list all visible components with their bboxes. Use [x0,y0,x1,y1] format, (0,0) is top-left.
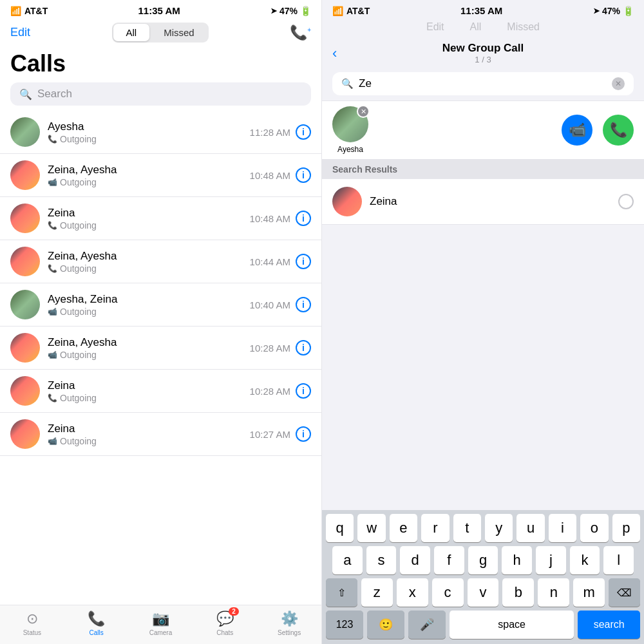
call-item-4[interactable]: Ayesha, Zeina📹Outgoing10:40 AMi [0,283,321,327]
call-item-3[interactable]: Zeina, Ayesha📞Outgoing10:44 AMi [0,240,321,283]
search-bar-left[interactable]: 🔍 Search [10,82,311,106]
video-icon-small-5: 📹 [48,350,57,359]
phone-icon-small-3: 📞 [48,264,57,273]
tab-camera[interactable]: 📷 Camera [141,611,180,636]
camera-icon: 📷 [152,611,169,627]
key-p[interactable]: p [612,514,640,542]
call-avatar-2 [10,204,40,233]
call-time-2: 10:48 AM [250,213,290,224]
search-clear-button[interactable]: ✕ [612,77,625,90]
key-x[interactable]: x [397,578,428,607]
key-m[interactable]: m [573,578,605,607]
add-call-button[interactable]: 📞+ [290,24,311,41]
nav-title-right: New Group Call 1 / 3 [442,42,524,64]
audio-call-button[interactable]: 📞 [603,115,634,146]
key-t[interactable]: t [453,514,481,542]
contact-row-zeina[interactable]: Zeina [322,179,644,225]
battery-icon-left: 🔋 [300,6,311,16]
call-info-0: Ayesha📞Outgoing [48,120,242,144]
key-d[interactable]: d [400,546,430,574]
call-item-2[interactable]: Zeina📞Outgoing10:48 AMi [0,197,321,240]
battery-pct-left: 47% [279,6,298,16]
key-z[interactable]: z [361,578,393,607]
video-call-button[interactable]: 📹 [562,115,592,146]
key-h[interactable]: h [502,546,532,574]
info-button-2[interactable]: i [296,211,311,226]
key-emoji[interactable]: 🙂 [367,611,404,639]
carrier-left: 📶 AT&T [10,6,48,16]
segment-all-button[interactable]: All [113,24,150,41]
key-r[interactable]: r [421,514,449,542]
phone-icon-small-0: 📞 [48,135,57,144]
call-item-6[interactable]: Zeina📞Outgoing10:28 AMi [0,370,321,413]
key-mic[interactable]: 🎤 [408,611,446,639]
info-button-5[interactable]: i [296,340,311,355]
key-n[interactable]: n [538,578,569,607]
tab-status[interactable]: ⊙ Status [13,611,52,636]
search-icon-right: 🔍 [341,78,354,90]
carrier-name-left: AT&T [24,6,48,16]
key-b[interactable]: b [502,578,534,607]
search-input-right[interactable] [359,77,607,90]
call-name-6: Zeina [48,379,242,392]
key-s[interactable]: s [366,546,397,574]
status-bar-left: 📶 AT&T 11:35 AM ➤ 47% 🔋 [0,0,321,19]
tab-chats[interactable]: 💬 2 Chats [205,611,244,636]
key-backspace[interactable]: ⌫ [609,578,640,607]
key-c[interactable]: c [432,578,464,607]
key-numbers[interactable]: 123 [326,611,363,639]
info-button-0[interactable]: i [296,124,311,140]
nav-title-main: New Group Call [442,42,524,55]
info-button-1[interactable]: i [296,167,311,183]
battery-pct-right: 47% [602,6,620,16]
info-button-6[interactable]: i [296,383,311,399]
key-y[interactable]: y [485,514,513,542]
remove-contact-button[interactable]: ✕ [357,105,370,118]
call-time-info-6: 10:28 AMi [250,383,311,399]
key-e[interactable]: e [390,514,417,542]
call-time-5: 10:28 AM [250,343,290,354]
contact-select-radio-zeina[interactable] [618,194,634,209]
call-info-1: Zeina, Ayesha📹Outgoing [48,164,242,187]
tab-calls[interactable]: 📞 Calls [77,611,116,636]
key-v[interactable]: v [468,578,499,607]
key-w[interactable]: w [357,514,385,542]
call-item-7[interactable]: Zeina📹Outgoing10:27 AMi [0,413,321,456]
key-j[interactable]: j [536,546,566,574]
key-k[interactable]: k [570,546,600,574]
battery-icon-right: 🔋 [623,6,634,16]
info-button-4[interactable]: i [296,297,311,312]
keyboard: q w e r t y u i o p a s d f g h j k l ⇧ … [322,510,644,644]
key-a[interactable]: a [332,546,363,574]
search-bar-right[interactable]: 🔍 ✕ [332,72,634,95]
call-item-5[interactable]: Zeina, Ayesha📹Outgoing10:28 AMi [0,327,321,370]
call-time-info-2: 10:48 AMi [250,211,311,226]
call-item-0[interactable]: Ayesha📞Outgoing11:28 AMi [0,111,321,154]
back-button[interactable]: ‹ [332,45,337,62]
key-space[interactable]: space [450,611,574,639]
battery-left: ➤ 47% 🔋 [270,6,311,16]
tab-settings[interactable]: ⚙️ Settings [270,611,308,636]
blurred-missed: Missed [507,21,540,33]
info-button-7[interactable]: i [296,426,311,442]
key-i[interactable]: i [549,514,576,542]
segment-missed-button[interactable]: Missed [151,24,207,41]
info-button-3[interactable]: i [296,254,311,269]
key-o[interactable]: o [580,514,608,542]
edit-button[interactable]: Edit [10,26,30,39]
key-u[interactable]: u [516,514,544,542]
key-g[interactable]: g [468,546,498,574]
key-q[interactable]: q [326,514,354,542]
key-l[interactable]: l [603,546,634,574]
carrier-right: 📶 AT&T [332,6,370,16]
call-avatar-6 [10,376,40,406]
keyboard-row-3: ⇧ z x c v b n m ⌫ [322,574,644,607]
key-shift[interactable]: ⇧ [326,578,357,607]
tab-camera-label: Camera [149,629,173,636]
key-search[interactable]: search [578,611,640,639]
time-left: 11:35 AM [138,5,180,16]
key-f[interactable]: f [434,546,464,574]
call-type-6: 📞Outgoing [48,393,242,403]
call-item-1[interactable]: Zeina, Ayesha📹Outgoing10:48 AMi [0,154,321,197]
tab-chats-label: Chats [216,629,233,636]
